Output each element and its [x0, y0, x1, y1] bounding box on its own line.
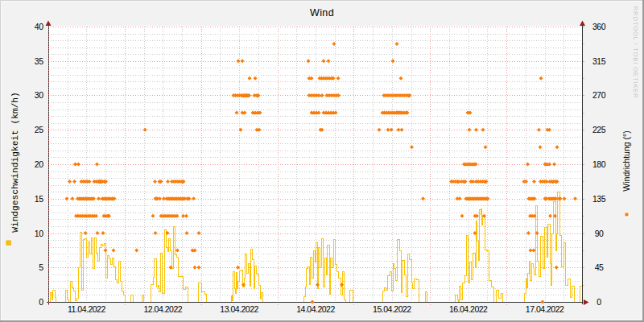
svg-text:15: 15 [35, 194, 43, 204]
svg-text:Windrichtung (°): Windrichtung (°) [621, 130, 631, 191]
svg-text:35: 35 [35, 56, 43, 66]
svg-text:15.04.2022: 15.04.2022 [373, 304, 411, 314]
svg-text:270: 270 [592, 90, 606, 100]
svg-text:0: 0 [39, 297, 43, 307]
svg-text:20: 20 [35, 159, 43, 169]
svg-text:45: 45 [595, 262, 604, 272]
svg-text:315: 315 [592, 56, 606, 66]
svg-text:135: 135 [592, 194, 606, 204]
svg-text:30: 30 [35, 90, 43, 100]
svg-text:5: 5 [39, 262, 43, 272]
svg-text:360: 360 [592, 22, 606, 31]
svg-text:10: 10 [35, 229, 43, 238]
svg-text:16.04.2022: 16.04.2022 [449, 304, 488, 314]
svg-text:12.04.2022: 12.04.2022 [144, 304, 183, 314]
svg-text:RRDTOOL / TOBI OETIKER: RRDTOOL / TOBI OETIKER [632, 6, 639, 99]
svg-text:Windgeschwindigkeit (km/h): Windgeschwindigkeit (km/h) [10, 92, 20, 233]
svg-text:225: 225 [592, 125, 606, 134]
svg-text:11.04.2022: 11.04.2022 [68, 304, 105, 314]
svg-text:17.04.2022: 17.04.2022 [526, 304, 564, 314]
svg-text:90: 90 [595, 229, 604, 238]
svg-text:Wind: Wind [310, 7, 334, 19]
svg-text:40: 40 [35, 22, 43, 31]
svg-text:25: 25 [35, 125, 43, 134]
svg-text:0: 0 [597, 297, 601, 307]
svg-text:14.04.2022: 14.04.2022 [296, 304, 335, 314]
svg-text:13.04.2022: 13.04.2022 [220, 304, 258, 314]
svg-text:180: 180 [592, 159, 606, 169]
